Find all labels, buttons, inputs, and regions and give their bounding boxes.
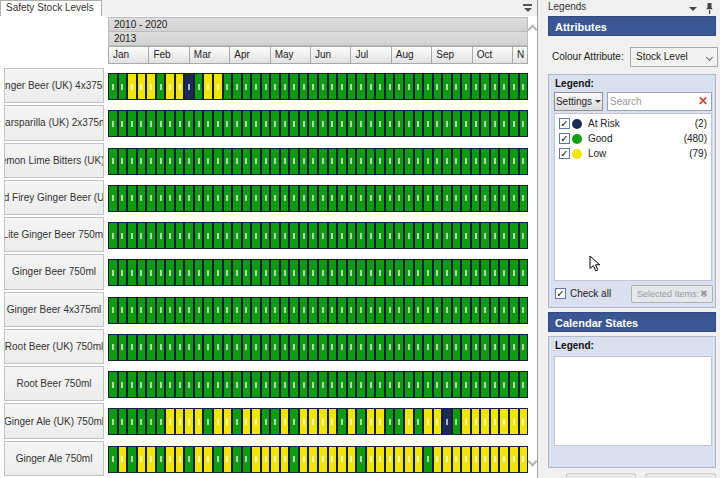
stock-cell[interactable] [289,446,299,473]
stock-cell[interactable] [385,185,395,212]
pin-icon[interactable] [705,3,714,14]
stock-cell[interactable] [184,334,194,361]
stock-cell[interactable] [414,73,424,100]
stock-cell[interactable] [356,185,366,212]
legend-item-low[interactable]: ✓Low(79) [559,146,707,161]
stock-cell[interactable] [375,371,385,398]
stock-cell[interactable] [108,148,118,175]
stock-cell[interactable] [328,148,338,175]
stock-cell[interactable] [146,408,156,435]
month-header-sep[interactable]: Sep [432,46,472,64]
stock-cell[interactable] [423,110,433,137]
stock-cell[interactable] [433,110,443,137]
stock-cell[interactable] [471,446,481,473]
stock-cell[interactable] [423,148,433,175]
stock-cell[interactable] [509,222,519,249]
stock-cell[interactable] [223,334,233,361]
stock-cell[interactable] [213,259,223,286]
attributes-header[interactable]: Attributes [548,16,716,36]
stock-cell[interactable] [414,185,424,212]
stock-cell[interactable] [499,222,509,249]
stock-cell[interactable] [261,446,271,473]
row-label[interactable]: Ginger Beer (UK) 4x375ml [4,68,104,103]
stock-cell[interactable] [242,222,252,249]
stock-cell[interactable] [184,297,194,324]
stock-cell[interactable] [433,73,443,100]
stock-cell[interactable] [385,334,395,361]
stock-cell[interactable] [280,408,290,435]
stock-cell[interactable] [203,148,213,175]
stock-cell[interactable] [108,110,118,137]
stock-cell[interactable] [490,110,500,137]
stock-cell[interactable] [318,259,328,286]
stock-cell[interactable] [471,408,481,435]
stock-cell[interactable] [328,334,338,361]
stock-cell[interactable] [318,446,328,473]
stock-cell[interactable] [251,297,261,324]
stock-cell[interactable] [127,73,137,100]
stock-cell[interactable] [442,408,452,435]
stock-cell[interactable] [499,185,509,212]
stock-cell[interactable] [318,110,328,137]
stock-cell[interactable] [137,408,147,435]
stock-cell[interactable] [318,297,328,324]
row-label[interactable]: Sarsparilla (UK) 2x375ml [4,105,104,140]
stock-cell[interactable] [499,110,509,137]
stock-cell[interactable] [480,408,490,435]
stock-cell[interactable] [118,408,128,435]
stock-cell[interactable] [461,110,471,137]
stock-cell[interactable] [184,446,194,473]
stock-cell[interactable] [289,408,299,435]
stock-cell[interactable] [385,222,395,249]
stock-cell[interactable] [366,222,376,249]
stock-cell[interactable] [433,408,443,435]
stock-cell[interactable] [184,73,194,100]
stock-cell[interactable] [165,185,175,212]
stock-cell[interactable] [165,371,175,398]
stock-cell[interactable] [404,148,414,175]
stock-cell[interactable] [471,334,481,361]
stock-cell[interactable] [308,408,318,435]
stock-cell[interactable] [480,73,490,100]
stock-cell[interactable] [385,297,395,324]
stock-cell[interactable] [461,222,471,249]
stock-cell[interactable] [213,408,223,435]
stock-cell[interactable] [337,73,347,100]
stock-cell[interactable] [213,148,223,175]
stock-cell[interactable] [480,148,490,175]
stock-cell[interactable] [299,222,309,249]
stock-cell[interactable] [308,185,318,212]
stock-cell[interactable] [366,371,376,398]
stock-cell[interactable] [423,446,433,473]
stock-cell[interactable] [165,110,175,137]
stock-cell[interactable] [490,185,500,212]
stock-cell[interactable] [137,297,147,324]
stock-cell[interactable] [251,259,261,286]
stock-cell[interactable] [356,408,366,435]
stock-cell[interactable] [299,446,309,473]
stock-cell[interactable] [203,259,213,286]
stock-cell[interactable] [213,297,223,324]
stock-cell[interactable] [280,446,290,473]
stock-cell[interactable] [519,297,529,324]
stock-cell[interactable] [347,185,357,212]
stock-cell[interactable] [318,334,328,361]
stock-cell[interactable] [490,222,500,249]
stock-cell[interactable] [347,110,357,137]
stock-cell[interactable] [461,259,471,286]
row-label[interactable]: Root Beer 750ml [4,366,104,401]
stock-cell[interactable] [490,73,500,100]
stock-cell[interactable] [480,259,490,286]
stock-cell[interactable] [461,334,471,361]
stock-cell[interactable] [366,297,376,324]
stock-cell[interactable] [404,185,414,212]
stock-cell[interactable] [175,222,185,249]
stock-cell[interactable] [414,222,424,249]
stock-cell[interactable] [232,408,242,435]
stock-cell[interactable] [499,446,509,473]
stock-cell[interactable] [165,297,175,324]
stock-cell[interactable] [156,185,166,212]
stock-cell[interactable] [328,371,338,398]
stock-cell[interactable] [414,408,424,435]
stock-cell[interactable] [414,446,424,473]
